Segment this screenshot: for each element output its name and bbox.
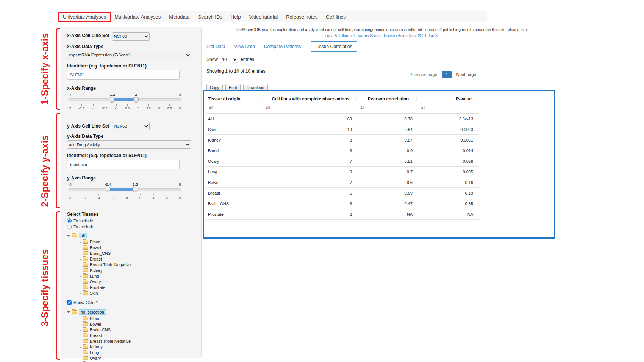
filter-observations-input[interactable] bbox=[265, 105, 305, 111]
tree-item-tissue[interactable]: Lung bbox=[77, 350, 195, 355]
nav-tab[interactable]: Help bbox=[227, 14, 245, 20]
tree-item-tissue[interactable]: Prostate bbox=[77, 284, 195, 290]
tree-item-tissue[interactable]: Skin bbox=[77, 290, 195, 296]
table-row[interactable]: Breast 5 0.69 0.19 bbox=[206, 188, 479, 198]
filter-tissue-input[interactable] bbox=[208, 105, 248, 111]
nav-tab[interactable]: Multivariate Analyses bbox=[110, 14, 165, 20]
show-color-row[interactable]: Show Color? bbox=[67, 300, 195, 305]
table-row[interactable]: Bowel 7 -0.6 0.16 bbox=[206, 177, 479, 188]
column-header[interactable]: P-value ▲▼ bbox=[419, 94, 479, 104]
tree-item-label: Breast Triple Negative bbox=[90, 339, 131, 343]
sort-both-icon[interactable]: ▲▼ bbox=[355, 97, 357, 101]
sort-both-icon[interactable]: ▲▼ bbox=[415, 97, 417, 101]
slider-max-label: 8 bbox=[179, 92, 181, 97]
tree-root-no-selection[interactable]: no_selection bbox=[79, 309, 106, 315]
table-row[interactable]: Skin 10 0.84 0.0023 bbox=[206, 124, 479, 135]
nav-tab[interactable]: Search IDs bbox=[194, 14, 227, 20]
slider-handle-from[interactable] bbox=[109, 97, 115, 103]
slider-handle-to[interactable] bbox=[133, 97, 139, 103]
tab-tissue-correlation[interactable]: Tissue Correlation bbox=[311, 41, 357, 52]
nav-tab[interactable]: Video tutorial bbox=[245, 14, 282, 20]
table-row[interactable]: Lung 9 0.7 0.035 bbox=[206, 167, 479, 177]
table-row[interactable]: Ovary 7 0.81 0.028 bbox=[206, 156, 479, 167]
tree-item-tissue[interactable]: Breast Triple Negative bbox=[77, 262, 195, 267]
export-button[interactable]: Copy bbox=[206, 84, 223, 91]
x-axis-identifier-input[interactable] bbox=[67, 70, 180, 80]
tree-item-tissue[interactable]: Brain_CNS bbox=[77, 327, 195, 332]
x-axis-range-label: x-Axis Range bbox=[67, 86, 195, 91]
table-row[interactable]: Kidney 8 0.87 0.0051 bbox=[206, 135, 479, 145]
slider-to-value: 1.5 bbox=[133, 182, 138, 186]
tissue-include-option[interactable]: To include bbox=[67, 218, 195, 223]
y-axis-data-type-select[interactable]: act: Drug Activity bbox=[67, 140, 191, 149]
tree-item-tissue[interactable]: Bowel bbox=[77, 321, 195, 327]
filter-pvalue-input[interactable] bbox=[420, 105, 456, 111]
y-axis-cell-line-set-select[interactable]: NCI-60 bbox=[112, 122, 150, 130]
include-radio[interactable] bbox=[67, 218, 72, 223]
x-axis-cell-line-set-label: x-Axis Cell Line Set bbox=[67, 33, 109, 38]
tree-item-tissue[interactable]: Blood bbox=[77, 239, 195, 245]
folder-icon bbox=[83, 317, 88, 320]
filter-pearson-input[interactable] bbox=[360, 105, 399, 111]
tissue-exclude-option[interactable]: To exclude bbox=[67, 225, 195, 229]
column-header[interactable]: Tissue of origin ▲▼ bbox=[206, 94, 263, 104]
table-row[interactable]: Brain_CNS 6 0.47 0.35 bbox=[206, 198, 479, 209]
sort-both-icon[interactable]: ▲▼ bbox=[476, 97, 478, 101]
slider-handle-to[interactable] bbox=[132, 187, 138, 192]
page-1-button[interactable]: 1 bbox=[442, 71, 451, 78]
table-row[interactable]: Prostate 2 NA NA bbox=[206, 209, 479, 220]
nav-tab[interactable]: Univariate Analyses bbox=[59, 14, 110, 20]
tree-root-row[interactable]: all bbox=[67, 232, 195, 239]
tree-item-label: Breast bbox=[90, 257, 102, 261]
tree-open-toggle-icon[interactable] bbox=[67, 235, 70, 237]
citation-link[interactable]: Luna A, Elloumi F, Varma S et al. Nuclei… bbox=[206, 33, 557, 38]
tree-item-tissue[interactable]: Breast bbox=[77, 332, 195, 338]
tree-root-row[interactable]: no_selection bbox=[67, 309, 195, 315]
tab-link[interactable]: View Data bbox=[234, 44, 255, 49]
slider-to-value: 2 bbox=[135, 92, 137, 97]
show-color-checkbox[interactable] bbox=[67, 300, 72, 305]
table-row[interactable]: Blood 6 0.9 0.014 bbox=[206, 145, 479, 156]
y-axis-range-slider[interactable]: -8 8 -2.4 1.5 -8-6-4-202468 bbox=[68, 182, 181, 203]
y-axis-identifier-input[interactable] bbox=[67, 160, 180, 169]
exclude-radio[interactable] bbox=[67, 225, 72, 229]
cell-pearson-correlation: 0.9 bbox=[358, 145, 419, 156]
entries-per-page-select[interactable]: 10 bbox=[220, 56, 238, 63]
table-row[interactable]: ALL 60 0.78 3.6e-13 bbox=[206, 114, 479, 124]
nav-tab[interactable]: Metadata bbox=[165, 14, 194, 20]
tree-item-tissue[interactable]: Kidney bbox=[77, 267, 195, 273]
nav-tab[interactable]: Cell lines bbox=[322, 14, 350, 20]
slider-handle-from[interactable] bbox=[105, 187, 111, 192]
previous-page-button[interactable]: Previous page bbox=[406, 70, 441, 79]
tab-link[interactable]: Compare Patterns bbox=[264, 44, 301, 49]
tab-link[interactable]: Plot Data bbox=[206, 44, 225, 49]
tree-item-tissue[interactable]: Blood bbox=[77, 315, 195, 321]
tree-item-tissue[interactable]: Kidney bbox=[77, 344, 195, 350]
tree-item-tissue[interactable]: Ovary bbox=[77, 279, 195, 284]
tree-children: Blood Bowel Brain_CNS Breast bbox=[67, 239, 195, 296]
y-axis-range-label: y-Axis Range bbox=[67, 175, 195, 181]
tree-item-tissue[interactable]: Lung bbox=[77, 273, 195, 279]
x-axis-range-slider[interactable]: -7 8 -1.2 2 -7-5.5-4-2.5-10.523.556.58 bbox=[68, 92, 181, 114]
next-page-button[interactable]: Next page bbox=[453, 70, 479, 79]
column-header[interactable]: Pearson correlation ▲▼ bbox=[358, 94, 419, 104]
slider-selected-range[interactable] bbox=[112, 98, 136, 101]
slider-selected-range[interactable] bbox=[108, 188, 135, 191]
tree-item-tissue[interactable]: Brain_CNS bbox=[77, 250, 195, 256]
slider-tick: -5.5 bbox=[79, 104, 84, 110]
x-axis-cell-line-set-select[interactable]: NCI-60 bbox=[112, 32, 150, 41]
tree-item-tissue[interactable]: Breast bbox=[77, 256, 195, 262]
tree-item-tissue[interactable]: Bowel bbox=[77, 245, 195, 250]
tree-open-toggle-icon[interactable] bbox=[67, 311, 70, 313]
x-axis-data-type-select[interactable]: exp: mRNA Expression (Z-Score) bbox=[67, 51, 191, 59]
tree-root-all[interactable]: all bbox=[79, 233, 87, 238]
export-button[interactable]: Download bbox=[243, 84, 268, 91]
tree-item-tissue[interactable]: Breast Triple Negative bbox=[77, 338, 195, 344]
sort-both-icon[interactable]: ▲▼ bbox=[260, 97, 262, 101]
tree-item-tissue[interactable]: Ovary bbox=[77, 355, 195, 361]
tree-item-label: Blood bbox=[90, 316, 100, 321]
nav-tab[interactable]: Release notes bbox=[282, 14, 322, 20]
cell-p-value: 0.035 bbox=[419, 167, 479, 177]
export-button[interactable]: Print bbox=[225, 84, 241, 91]
column-header[interactable]: Cell lines with complete observations ▲▼ bbox=[263, 94, 358, 104]
